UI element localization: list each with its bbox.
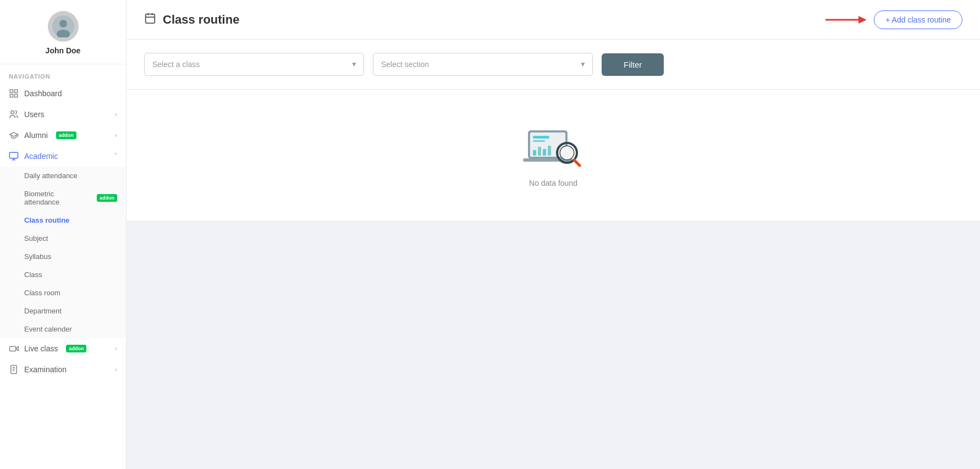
page-title-area: Class routine (144, 12, 239, 27)
sidebar-item-label-dashboard: Dashboard (24, 89, 62, 98)
chevron-right-icon-live-class: › (115, 345, 117, 352)
sidebar-item-dashboard[interactable]: Dashboard (0, 83, 126, 104)
chevron-right-icon-examination: › (115, 366, 117, 373)
section-select[interactable]: Select section (373, 53, 593, 76)
no-data-text: No data found (529, 179, 577, 187)
sidebar-item-examination[interactable]: Examination › (0, 359, 126, 380)
sidebar: John Doe NAVIGATION Dashboard Users › Al… (0, 0, 126, 469)
users-icon (9, 109, 19, 119)
academic-icon (9, 151, 19, 161)
nav-section-label: NAVIGATION (0, 64, 126, 83)
add-class-routine-button[interactable]: + Add class routine (874, 10, 962, 29)
page-title: Class routine (163, 13, 239, 27)
submenu-subject[interactable]: Subject (0, 229, 126, 247)
sidebar-item-label-examination: Examination (24, 365, 67, 374)
alumni-addon-badge: addon (56, 131, 76, 139)
academic-submenu: Daily attendance Biometric attendance ad… (0, 167, 126, 338)
svg-rect-9 (10, 346, 16, 351)
sidebar-item-users[interactable]: Users › (0, 104, 126, 125)
no-data-illustration (523, 123, 583, 172)
filter-button[interactable]: Filter (602, 53, 664, 76)
main-content: Class routine + Add class routine Select… (126, 0, 980, 469)
svg-rect-25 (533, 150, 536, 156)
svg-point-33 (560, 146, 574, 159)
filter-section: Select a class ▼ Select section ▼ Filter (126, 40, 980, 90)
submenu-class[interactable]: Class (0, 266, 126, 284)
class-select-wrapper: Select a class ▼ (144, 53, 364, 76)
live-class-icon (9, 344, 19, 354)
submenu-daily-attendance[interactable]: Daily attendance (0, 167, 126, 185)
sidebar-item-label-academic: Academic (24, 152, 58, 161)
biometric-addon-badge: addon (97, 194, 117, 202)
sidebar-item-academic[interactable]: Academic ˅ (0, 146, 126, 167)
svg-marker-20 (858, 16, 867, 24)
svg-point-7 (11, 111, 14, 114)
sidebar-item-label-live-class: Live class (24, 344, 58, 353)
dashboard-icon (9, 89, 19, 98)
svg-rect-4 (15, 90, 18, 92)
svg-rect-24 (533, 140, 545, 142)
content-area: Select a class ▼ Select section ▼ Filter (126, 40, 980, 469)
svg-rect-3 (10, 90, 13, 92)
arrow-indicator: + Add class routine (825, 10, 962, 29)
submenu-class-room[interactable]: Class room (0, 284, 126, 302)
svg-rect-15 (146, 14, 155, 23)
submenu-event-calender[interactable]: Event calender (0, 320, 126, 338)
svg-rect-28 (548, 146, 551, 156)
red-arrow-icon (825, 12, 869, 27)
svg-point-1 (59, 20, 67, 27)
submenu-syllabus[interactable]: Syllabus (0, 247, 126, 266)
avatar (48, 11, 79, 42)
svg-rect-23 (533, 136, 549, 139)
alumni-icon (9, 130, 19, 140)
section-select-wrapper: Select section ▼ (373, 53, 593, 76)
svg-rect-27 (543, 149, 546, 156)
sidebar-item-alumni[interactable]: Alumni addon › (0, 125, 126, 146)
examination-icon (9, 365, 19, 374)
chevron-right-icon: › (115, 111, 117, 118)
svg-rect-26 (538, 147, 541, 156)
submenu-department[interactable]: Department (0, 302, 126, 320)
no-data-section: No data found (126, 90, 980, 220)
sidebar-item-label-users: Users (24, 110, 45, 119)
svg-rect-5 (15, 95, 18, 97)
calendar-icon (144, 12, 156, 27)
chevron-down-icon-academic: ˅ (114, 152, 117, 160)
username: John Doe (46, 46, 81, 55)
sidebar-header: John Doe (0, 0, 126, 64)
chevron-right-icon-alumni: › (115, 131, 117, 139)
topbar: Class routine + Add class routine (126, 0, 980, 40)
sidebar-item-live-class[interactable]: Live class addon › (0, 338, 126, 359)
class-select[interactable]: Select a class (144, 53, 364, 76)
submenu-biometric-attendance[interactable]: Biometric attendance addon (0, 185, 126, 211)
live-class-addon-badge: addon (66, 345, 86, 352)
submenu-class-routine[interactable]: Class routine (0, 211, 126, 229)
svg-rect-8 (10, 152, 18, 158)
svg-rect-6 (10, 95, 13, 97)
svg-line-32 (574, 160, 580, 165)
sidebar-item-label-alumni: Alumni (24, 131, 48, 140)
